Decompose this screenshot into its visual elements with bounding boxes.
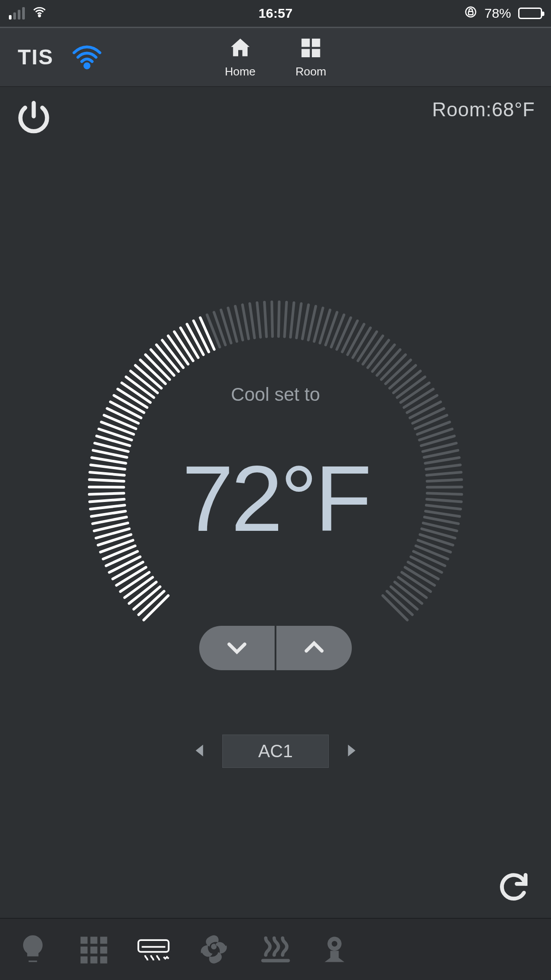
app-nav-bar: TIS Home Room xyxy=(0,28,551,87)
svg-line-29 xyxy=(89,480,124,482)
svg-line-107 xyxy=(427,487,462,487)
nav-room[interactable]: Room xyxy=(295,36,326,79)
room-temp-value: 68°F xyxy=(492,99,535,120)
svg-rect-136 xyxy=(100,956,107,964)
tab-scenes[interactable] xyxy=(76,933,110,966)
svg-line-24 xyxy=(91,511,126,517)
orientation-lock-icon xyxy=(464,5,477,22)
svg-line-16 xyxy=(109,557,140,572)
next-device-button[interactable] xyxy=(342,742,360,761)
chevron-down-icon xyxy=(224,634,250,662)
svg-point-3 xyxy=(85,63,89,67)
svg-line-71 xyxy=(296,304,301,338)
power-button[interactable] xyxy=(16,99,51,136)
nav-home[interactable]: Home xyxy=(225,36,256,79)
svg-line-118 xyxy=(413,551,445,565)
svg-line-109 xyxy=(427,499,461,502)
status-time: 16:57 xyxy=(259,6,293,21)
svg-line-78 xyxy=(337,318,351,349)
svg-line-108 xyxy=(427,493,462,494)
svg-rect-132 xyxy=(91,947,98,954)
brand-logo: TIS xyxy=(18,45,54,69)
svg-line-79 xyxy=(342,321,357,352)
thermostat-dial[interactable]: Cool set to 72°F xyxy=(71,284,480,692)
svg-line-64 xyxy=(250,304,255,338)
device-status-bar: 16:57 78% xyxy=(0,0,551,27)
svg-line-28 xyxy=(89,487,124,487)
refresh-button[interactable] xyxy=(496,869,531,906)
tab-ac[interactable] xyxy=(137,933,170,966)
tab-fan[interactable] xyxy=(197,933,231,966)
svg-line-111 xyxy=(425,511,460,517)
svg-rect-4 xyxy=(302,39,310,47)
temp-increase-button[interactable] xyxy=(276,626,352,670)
svg-rect-137 xyxy=(138,940,169,952)
svg-line-97 xyxy=(415,415,447,429)
svg-line-106 xyxy=(427,480,462,482)
svg-line-57 xyxy=(200,318,214,349)
svg-line-103 xyxy=(425,458,459,463)
tab-camera[interactable] xyxy=(318,933,351,966)
svg-line-72 xyxy=(303,305,309,339)
wifi-icon xyxy=(32,4,47,23)
cellular-signal-icon xyxy=(9,7,25,20)
connection-wifi-icon[interactable] xyxy=(71,42,102,73)
chevron-up-icon xyxy=(301,634,327,662)
svg-rect-130 xyxy=(100,937,107,944)
svg-rect-129 xyxy=(91,937,98,944)
svg-rect-5 xyxy=(312,39,320,47)
svg-line-17 xyxy=(106,551,138,565)
svg-line-26 xyxy=(90,499,124,502)
svg-line-66 xyxy=(264,302,267,337)
room-temp-readout: Room:68°F xyxy=(432,99,535,121)
svg-rect-133 xyxy=(100,947,107,954)
svg-line-30 xyxy=(90,472,125,475)
svg-line-23 xyxy=(93,517,127,524)
battery-percent: 78% xyxy=(484,6,511,21)
svg-line-65 xyxy=(257,303,260,337)
svg-line-33 xyxy=(93,450,127,458)
svg-line-119 xyxy=(411,557,442,572)
svg-line-70 xyxy=(291,303,294,337)
bottom-tab-bar xyxy=(0,918,551,980)
svg-line-38 xyxy=(104,415,136,429)
room-temp-label: Room: xyxy=(432,99,492,120)
svg-line-105 xyxy=(427,472,461,475)
svg-line-102 xyxy=(424,450,458,458)
svg-line-18 xyxy=(103,546,135,559)
svg-line-117 xyxy=(416,546,448,559)
tab-heat[interactable] xyxy=(257,933,291,966)
svg-line-31 xyxy=(91,465,125,469)
svg-line-25 xyxy=(91,505,125,509)
temp-decrease-button[interactable] xyxy=(199,626,275,670)
svg-line-56 xyxy=(193,321,209,352)
svg-point-141 xyxy=(332,941,338,947)
nav-room-label: Room xyxy=(295,65,326,79)
svg-line-95 xyxy=(410,402,441,418)
svg-rect-134 xyxy=(81,956,88,964)
prev-device-button[interactable] xyxy=(191,742,209,761)
grid-icon xyxy=(299,36,323,62)
svg-rect-128 xyxy=(81,937,88,944)
svg-rect-131 xyxy=(81,947,88,954)
svg-rect-2 xyxy=(468,11,473,15)
svg-line-39 xyxy=(107,408,138,423)
svg-rect-7 xyxy=(312,49,320,57)
svg-line-112 xyxy=(425,517,459,524)
svg-line-96 xyxy=(413,408,444,423)
tab-light[interactable] xyxy=(16,933,50,966)
svg-line-110 xyxy=(426,505,461,509)
nav-home-label: Home xyxy=(225,65,256,79)
svg-line-67 xyxy=(272,302,273,336)
svg-line-68 xyxy=(279,302,279,336)
svg-point-0 xyxy=(39,15,40,16)
svg-line-32 xyxy=(92,458,126,463)
device-selector: AC1 xyxy=(191,735,360,768)
svg-line-104 xyxy=(426,465,460,469)
svg-line-27 xyxy=(89,493,124,494)
svg-line-69 xyxy=(284,302,287,337)
svg-line-40 xyxy=(110,402,141,418)
battery-icon xyxy=(518,8,542,19)
device-name[interactable]: AC1 xyxy=(222,735,329,768)
svg-line-63 xyxy=(243,305,249,339)
